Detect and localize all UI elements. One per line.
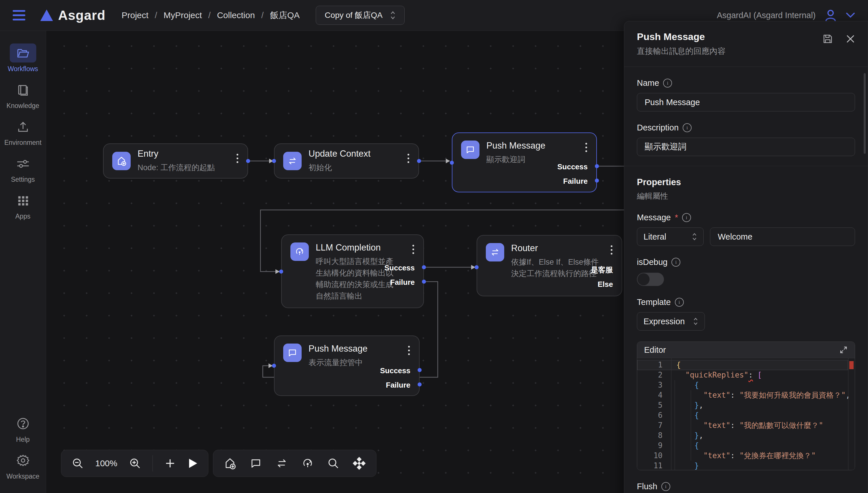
message-type-select[interactable]: Literal (637, 228, 704, 246)
breadcrumb-project[interactable]: Project (121, 10, 148, 20)
node-menu-icon[interactable] (609, 243, 614, 256)
search-icon[interactable] (327, 457, 339, 469)
node-menu-icon[interactable] (406, 152, 411, 165)
description-input[interactable]: 顯示歡迎詞 (637, 138, 855, 156)
isdebug-toggle[interactable] (637, 273, 664, 286)
help-circle-icon (10, 414, 36, 433)
workflow-version-selector[interactable]: Copy of 飯店QA (316, 6, 405, 25)
node-title: Push Message (309, 344, 368, 354)
node-menu-icon[interactable] (411, 243, 416, 256)
user-icon[interactable] (823, 8, 838, 23)
llm-node-icon[interactable] (301, 457, 314, 470)
editor-code-area[interactable]: 1{2 "quickReplies": [3 {4 "text": "我要如何升… (637, 358, 855, 470)
brand-name: Asgard (58, 7, 105, 23)
chat-bubble-icon (461, 141, 480, 159)
close-icon[interactable] (846, 34, 855, 43)
info-icon[interactable]: i (675, 298, 684, 307)
chevron-down-icon[interactable] (846, 12, 855, 18)
name-input[interactable]: Push Message (637, 93, 855, 111)
code-line[interactable]: 4 "text": "我要如何升級我的會員資格？", (637, 390, 848, 400)
code-line[interactable]: 10 "text": "兌換券在哪裡兌換？" (637, 451, 848, 461)
sidebar-item-settings[interactable]: Settings (10, 154, 36, 184)
code-line[interactable]: 11 } (637, 461, 848, 470)
code-line[interactable]: 8 }, (637, 430, 848, 441)
output-failure[interactable]: Failure (386, 381, 410, 389)
info-icon[interactable]: i (663, 79, 672, 88)
sidebar-item-knowledge[interactable]: Knowledge (7, 80, 40, 110)
output-success[interactable]: Success (380, 366, 410, 375)
node-menu-icon[interactable] (584, 141, 589, 154)
output-failure[interactable]: Failure (390, 278, 415, 286)
sidebar-item-workflows[interactable]: Workflows (8, 43, 38, 73)
node-menu-icon[interactable] (406, 344, 411, 357)
entry-node-icon[interactable] (224, 457, 236, 470)
menu-icon[interactable] (13, 10, 25, 20)
breadcrumb-current[interactable]: 飯店QA (270, 9, 299, 21)
name-label: Name i (637, 78, 855, 88)
node-menu-icon[interactable] (235, 152, 240, 165)
node-llm-completion[interactable]: LLM Completion 呼叫大型語言模型並產生結構化的資料輸出以輔助流程的… (281, 234, 424, 308)
code-line[interactable]: 7 "text": "我的點數可以做什麼？" (637, 421, 848, 430)
node-update-context[interactable]: Update Context 初始化 (274, 144, 419, 178)
divider (624, 66, 868, 67)
code-line[interactable]: 1{ (637, 360, 848, 370)
output-success[interactable]: Success (557, 163, 588, 171)
template-select[interactable]: Expression (637, 312, 705, 330)
properties-subtitle: 編輯屬性 (637, 191, 855, 201)
flush-label: Flush i (637, 482, 855, 491)
breadcrumb-myproject[interactable]: MyProject (163, 10, 202, 20)
message-value-input[interactable]: Welcome (710, 228, 855, 246)
output-else[interactable]: Else (598, 280, 613, 288)
node-title: LLM Completion (316, 242, 400, 253)
auto-layout-icon[interactable] (353, 457, 366, 470)
code-line[interactable]: 9 { (637, 441, 848, 451)
panel-subtitle: 直接輸出訊息的回應內容 (637, 46, 726, 57)
expand-icon[interactable] (839, 346, 848, 354)
node-title: Router (511, 243, 602, 253)
sidebar-item-apps[interactable]: Apps (10, 191, 36, 220)
overview-ruler (848, 358, 855, 470)
chevron-updown-icon (390, 10, 396, 20)
info-icon[interactable]: i (661, 482, 670, 491)
divider (624, 166, 868, 166)
output-success[interactable]: Success (384, 263, 415, 272)
zoom-in-icon[interactable] (129, 457, 141, 469)
info-icon[interactable]: i (682, 213, 691, 222)
breadcrumb-collection[interactable]: Collection (217, 10, 255, 20)
info-icon[interactable]: i (671, 258, 680, 267)
asgard-logo-icon (40, 9, 53, 21)
push-message-node-icon[interactable] (249, 457, 262, 470)
update-context-node-icon[interactable] (275, 457, 288, 470)
zoom-out-icon[interactable] (72, 457, 84, 469)
sidebar-item-environment[interactable]: Environment (4, 117, 41, 147)
panel-scrollbar[interactable] (864, 73, 866, 154)
left-sidebar: Workflows Knowledge Environment (0, 31, 46, 493)
toolbar-divider (153, 455, 153, 471)
required-asterisk: * (675, 213, 678, 222)
indent-guide (691, 390, 691, 461)
run-icon[interactable] (187, 457, 198, 469)
save-icon[interactable] (822, 34, 833, 44)
upload-icon (10, 117, 36, 136)
node-push-message-welcome[interactable]: Push Message 顯示歡迎詞 Success Failure (452, 132, 597, 192)
add-icon[interactable] (164, 457, 176, 469)
info-icon[interactable]: i (683, 123, 692, 132)
node-entry[interactable]: Entry Node: 工作流程的起點 (103, 144, 248, 178)
node-title: Push Message (486, 141, 546, 151)
code-line[interactable]: 6 { (637, 410, 848, 421)
node-router[interactable]: Router 依據If、Else If、Else條件決定工作流程執行的路徑 是客… (476, 235, 622, 296)
sidebar-item-help[interactable]: Help (10, 414, 36, 444)
node-push-message-flow[interactable]: Push Message 表示流量控管中 Success Failure (274, 336, 420, 396)
message-label: Message * i (637, 213, 855, 222)
node-subtitle: 表示流量控管中 (309, 357, 368, 368)
code-line[interactable]: 5 }, (637, 400, 848, 410)
swap-arrows-icon (486, 243, 504, 261)
output-failure[interactable]: Failure (563, 177, 588, 186)
indent-guide (674, 380, 675, 470)
output-is-customer-service[interactable]: 是客服 (591, 265, 613, 274)
code-line[interactable]: 2 "quickReplies": [ (637, 370, 848, 380)
chevron-updown-icon (693, 317, 698, 326)
sidebar-item-workspace[interactable]: Workspace (6, 451, 40, 480)
code-line[interactable]: 3 { (637, 380, 848, 390)
template-label: Template i (637, 298, 855, 307)
